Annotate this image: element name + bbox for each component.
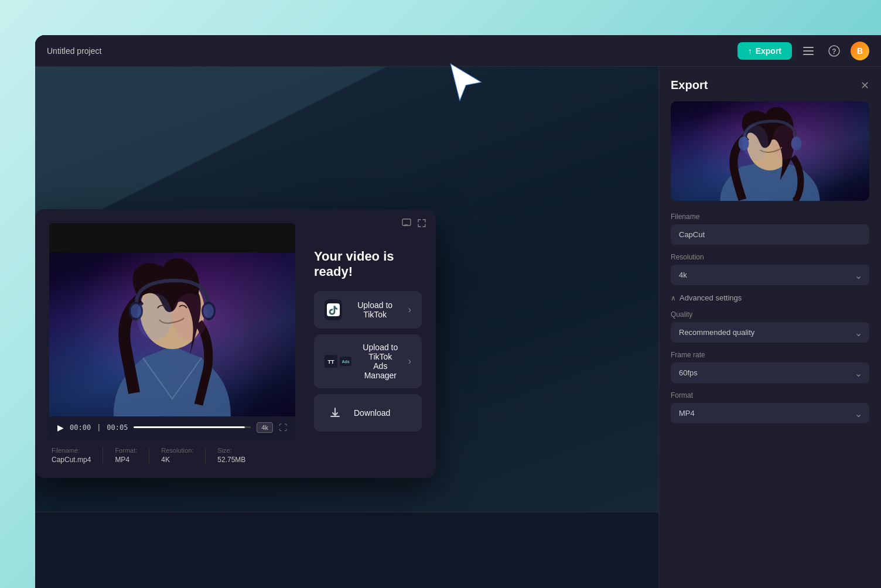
framerate-select[interactable]: 24fps 30fps 60fps bbox=[671, 363, 869, 383]
export-button[interactable]: ↑ Export bbox=[737, 42, 792, 60]
format-label: Format: bbox=[115, 447, 137, 454]
video-thumbnail bbox=[49, 252, 295, 416]
upload-tiktok-label: Upload to TikTok bbox=[350, 300, 400, 319]
total-time: 00:05 bbox=[107, 423, 128, 432]
time-separator: | bbox=[97, 423, 101, 432]
panel-thumbnail-svg bbox=[671, 101, 869, 201]
svg-text:TT: TT bbox=[328, 359, 334, 365]
svg-text:?: ? bbox=[832, 47, 836, 56]
svg-point-12 bbox=[172, 293, 207, 340]
resolution-select[interactable]: 1080p 2k 4k bbox=[671, 265, 869, 285]
tiktok-logo-icon bbox=[327, 303, 340, 316]
resolution-field-label: Resolution bbox=[671, 253, 869, 261]
download-label: Download bbox=[354, 408, 390, 418]
quality-badge: 4k bbox=[257, 422, 273, 433]
filename-field: Filename bbox=[671, 213, 869, 245]
export-dialog-overlay: ▶ 00:00 | 00:05 4k ⛶ bbox=[35, 98, 436, 588]
main-content: ▶ 00:00 | 00:05 4k ⛶ bbox=[35, 67, 881, 588]
dialog-right-panel: Your video is ready! bbox=[314, 223, 422, 464]
tiktok-ads-logo-icon: TT Ads bbox=[325, 355, 353, 368]
svg-text:Ads: Ads bbox=[342, 360, 349, 364]
app-window: Untitled project ↑ Export ? B bbox=[35, 35, 881, 588]
advanced-settings-label: Advanced settings bbox=[679, 293, 742, 302]
tiktok-ads-chevron-icon: › bbox=[408, 356, 411, 367]
advanced-chevron-icon: ∧ bbox=[671, 294, 676, 302]
project-title: Untitled project bbox=[47, 46, 101, 56]
dialog-top-icons bbox=[402, 218, 426, 230]
divider-2 bbox=[149, 447, 149, 464]
format-info: Format: MP4 bbox=[115, 447, 137, 464]
filename-info: Filename: CapCut.mp4 bbox=[52, 447, 91, 464]
format-select[interactable]: MP4 MOV AVI bbox=[671, 403, 869, 423]
size-label: Size: bbox=[217, 447, 245, 454]
tiktok-chevron-icon: › bbox=[408, 305, 411, 315]
dialog-comment-icon[interactable] bbox=[402, 218, 411, 230]
panel-thumbnail bbox=[671, 101, 869, 201]
svg-point-21 bbox=[743, 125, 769, 160]
resolution-info: Resolution: 4K bbox=[161, 447, 193, 464]
framerate-select-wrapper: 24fps 30fps 60fps bbox=[671, 363, 869, 383]
format-field: Format MP4 MOV AVI bbox=[671, 391, 869, 423]
resolution-select-wrapper: 1080p 2k 4k bbox=[671, 265, 869, 285]
framerate-field: Frame rate 24fps 30fps 60fps bbox=[671, 351, 869, 383]
upload-tiktok-ads-label: Upload to TikTok Ads Manager bbox=[361, 343, 400, 380]
upload-tiktok-ads-button[interactable]: TT Ads Upload to TikTok Ads Manager › bbox=[314, 334, 422, 388]
resolution-value: 4K bbox=[161, 456, 193, 464]
download-svg-icon bbox=[329, 406, 342, 419]
quality-field: Quality Recommended quality High quality… bbox=[671, 310, 869, 343]
export-panel-close-button[interactable]: ✕ bbox=[860, 79, 869, 92]
fullscreen-button[interactable]: ⛶ bbox=[279, 423, 287, 432]
editor-area: ▶ 00:00 | 00:05 4k ⛶ bbox=[35, 67, 658, 588]
video-preview: ▶ 00:00 | 00:05 4k ⛶ bbox=[49, 223, 295, 464]
size-info: Size: 52.75MB bbox=[217, 447, 245, 464]
svg-point-22 bbox=[772, 125, 798, 160]
advanced-settings-toggle[interactable]: ∧ Advanced settings bbox=[671, 293, 742, 302]
upload-tiktok-button[interactable]: Upload to TikTok › bbox=[314, 291, 422, 329]
top-bar-actions: ↑ Export ? B bbox=[737, 42, 869, 60]
download-button[interactable]: Download bbox=[314, 394, 422, 432]
export-dialog-card: ▶ 00:00 | 00:05 4k ⛶ bbox=[35, 209, 436, 478]
svg-rect-2 bbox=[803, 54, 814, 55]
format-value: MP4 bbox=[115, 456, 137, 464]
quality-select-wrapper: Recommended quality High quality Balance… bbox=[671, 322, 869, 343]
progress-bar[interactable] bbox=[134, 426, 251, 428]
video-controls: ▶ 00:00 | 00:05 4k ⛶ bbox=[49, 416, 295, 439]
video-ready-title: Your video is ready! bbox=[314, 249, 422, 279]
format-field-label: Format bbox=[671, 391, 869, 399]
resolution-label: Resolution: bbox=[161, 447, 193, 454]
divider-3 bbox=[205, 447, 206, 464]
video-player: ▶ 00:00 | 00:05 4k ⛶ bbox=[49, 223, 295, 439]
filename-field-label: Filename bbox=[671, 213, 869, 221]
size-value: 52.75MB bbox=[217, 456, 245, 464]
progress-fill bbox=[134, 426, 245, 428]
svg-rect-0 bbox=[803, 47, 814, 48]
resolution-field: Resolution 1080p 2k 4k bbox=[671, 253, 869, 285]
current-time: 00:00 bbox=[70, 423, 91, 432]
divider-1 bbox=[103, 447, 103, 464]
tiktok-ads-icon-wrap: TT Ads bbox=[325, 351, 353, 372]
filename-label: Filename: bbox=[52, 447, 91, 454]
export-upload-icon: ↑ bbox=[748, 46, 752, 56]
play-button[interactable]: ▶ bbox=[57, 423, 64, 432]
quality-field-label: Quality bbox=[671, 310, 869, 319]
filename-input[interactable] bbox=[671, 224, 869, 245]
top-bar: Untitled project ↑ Export ? B bbox=[35, 35, 881, 67]
help-icon[interactable]: ? bbox=[825, 42, 844, 60]
video-black-top bbox=[49, 223, 295, 252]
svg-point-11 bbox=[137, 293, 172, 340]
export-panel-title: Export bbox=[671, 78, 708, 92]
avatar-button[interactable]: B bbox=[851, 42, 869, 60]
dialog-body: ▶ 00:00 | 00:05 4k ⛶ bbox=[49, 223, 422, 464]
export-panel: Export ✕ bbox=[658, 67, 881, 588]
file-info: Filename: CapCut.mp4 Format: MP4 bbox=[49, 447, 295, 464]
download-icon bbox=[325, 402, 346, 423]
menu-icon[interactable] bbox=[799, 42, 818, 60]
format-select-wrapper: MP4 MOV AVI bbox=[671, 403, 869, 423]
girl-silhouette-svg bbox=[84, 252, 260, 416]
tiktok-icon-wrap bbox=[325, 299, 342, 320]
filename-value: CapCut.mp4 bbox=[52, 456, 91, 464]
dialog-fullscreen-icon[interactable] bbox=[417, 218, 426, 230]
svg-rect-1 bbox=[803, 50, 814, 52]
framerate-field-label: Frame rate bbox=[671, 351, 869, 359]
quality-select[interactable]: Recommended quality High quality Balance… bbox=[671, 322, 869, 343]
